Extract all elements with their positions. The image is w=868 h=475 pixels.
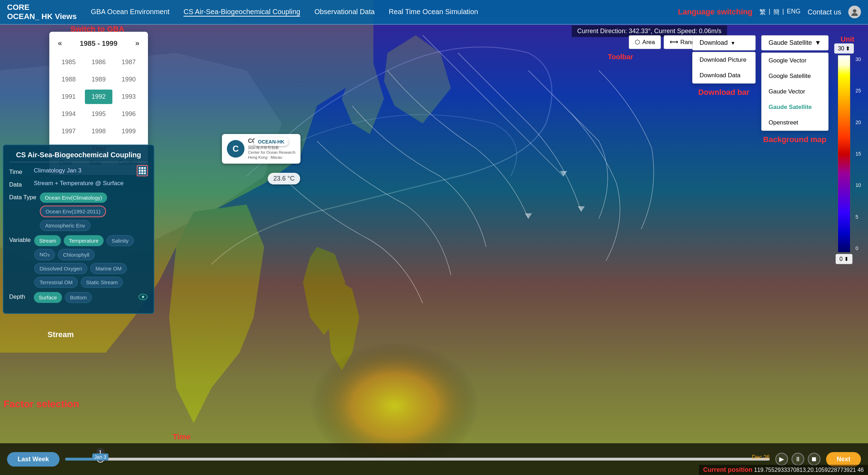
variable-label: Variable (9, 235, 31, 244)
var-salinity[interactable]: Salinity (106, 235, 134, 246)
stream-label: Stream (48, 330, 74, 339)
data-type-label: Data Type (9, 193, 36, 201)
map-selector-arrow-icon: ▼ (815, 39, 821, 47)
var-chlorophyll[interactable]: Chlorophyll (58, 249, 95, 260)
nav-link-obs[interactable]: Observational Data (314, 8, 374, 17)
brand-line2: OCEAN_ HK Views (7, 12, 77, 21)
scale-max-value: 30 (838, 45, 844, 52)
lang-eng[interactable]: ENG (787, 8, 800, 16)
year-1989[interactable]: 1989 (85, 72, 112, 87)
language-switching-label: Language switching (678, 7, 752, 17)
nav-link-cs[interactable]: CS Air-Sea-Biogeochemical Coupling (184, 8, 300, 17)
right-panel: Download ▼ Download Picture Download Dat… (692, 35, 861, 264)
year-1985[interactable]: 1985 (55, 55, 82, 69)
scale-label-20: 20 (855, 120, 861, 125)
map-openstreet[interactable]: Openstreet (762, 115, 828, 130)
range-icon: ⟷ (670, 38, 678, 46)
map-selector-button[interactable]: Gaude Satellite ▼ (761, 35, 829, 50)
year-1999[interactable]: 1999 (115, 124, 142, 139)
unit-section-label: Unit (841, 35, 854, 43)
year-next-button[interactable]: » (132, 37, 142, 49)
data-type-buttons: Ocean Env(Climatology) Ocean Env(1992-20… (40, 193, 148, 231)
year-1998[interactable]: 1998 (85, 124, 112, 139)
download-bar-section-label: Download bar (692, 88, 756, 97)
year-1994[interactable]: 1994 (55, 107, 82, 121)
map-selector-label: Gaude Satellite (769, 39, 812, 47)
visibility-icon[interactable] (138, 292, 148, 303)
stop-button[interactable]: ⏹ (808, 453, 820, 465)
var-stream[interactable]: Stream (34, 235, 61, 246)
timeline-track[interactable]: 1 Jan 3 Dec 26 (65, 458, 770, 461)
current-position-label: Current position (703, 466, 752, 473)
data-value: Stream + Temperature @ Surface (34, 180, 124, 187)
nav-right: Language switching 繁 | 簡 | ENG Contact u… (678, 6, 861, 18)
nav-links: GBA Ocean Environment CS Air-Sea-Biogeoc… (91, 8, 678, 17)
dtype-atmos[interactable]: Atmospheric Env (40, 220, 90, 231)
timeline-end-date: Dec 26 (752, 454, 770, 461)
download-data-item[interactable]: Download Data (693, 68, 755, 83)
scale-min-btn[interactable]: 0 ⬍ (836, 254, 852, 264)
map-gaude-vector[interactable]: Gaude Vector (762, 84, 828, 99)
download-picture-item[interactable]: Download Picture (693, 52, 755, 68)
year-prev-button[interactable]: « (55, 37, 65, 49)
download-arrow-icon: ▼ (731, 40, 736, 46)
variable-buttons: Stream Temperature Salinity NO₃ Chloroph… (34, 235, 148, 288)
download-dropdown: Download Picture Download Data (692, 52, 756, 84)
pause-button[interactable]: ⏸ (792, 453, 804, 465)
depth-row: Depth Surface Bottom (9, 292, 148, 303)
dtype-ocean-1992[interactable]: Ocean Env(1992-2011) (40, 206, 106, 217)
contact-us-link[interactable]: Contact us (807, 8, 841, 16)
year-1991[interactable]: 1991 (55, 90, 82, 104)
user-avatar[interactable] (848, 6, 861, 18)
svg-point-9 (142, 296, 144, 298)
last-week-button[interactable]: Last Week (7, 452, 60, 467)
var-no3[interactable]: NO₃ (34, 249, 55, 260)
factor-panel-title: CS Air-Sea-Biogeochemical Coupling (9, 151, 148, 162)
download-button[interactable]: Download ▼ (692, 35, 756, 50)
factor-panel: CS Air-Sea-Biogeochemical Coupling Time … (3, 145, 154, 314)
var-dissolved-o2[interactable]: Dissolved Oxygen (34, 263, 87, 274)
lang-trad[interactable]: 繁 (760, 8, 766, 16)
depth-bottom[interactable]: Bottom (65, 292, 92, 303)
dtype-ocean-clim[interactable]: Ocean Env(Climatology) (40, 193, 107, 203)
time-section-label: Time (173, 432, 191, 441)
time-label: Time (9, 167, 30, 176)
scale-label-10: 10 (855, 182, 861, 188)
map-gaude-satellite[interactable]: Gaude Satellite (762, 99, 828, 115)
play-button[interactable]: ▶ (775, 453, 788, 465)
position-coords: 119.7552933370813,20.1059228773921 46 (754, 467, 864, 473)
position-bar: Current position 119.7552933370813,20.10… (699, 465, 868, 475)
year-1997[interactable]: 1997 (55, 124, 82, 139)
ocean-hk-badge: OCEAN-HK (254, 138, 289, 146)
scale-max-btn[interactable]: 30 ⬍ (834, 43, 854, 54)
year-1988[interactable]: 1988 (55, 72, 82, 87)
year-1995[interactable]: 1995 (85, 107, 112, 121)
timeline-slider-container: 1 Jan 3 Dec 26 (65, 449, 770, 470)
timeline-current-date: Jan 3 (92, 453, 108, 461)
nav-link-gba[interactable]: GBA Ocean Environment (91, 8, 169, 17)
grid-icon-btn[interactable] (137, 165, 148, 176)
year-1986[interactable]: 1986 (85, 55, 112, 69)
map-google-satellite[interactable]: Google Satellite (762, 68, 828, 84)
year-1992[interactable]: 1992 (85, 90, 112, 104)
scale-min-value: 0 (839, 256, 843, 262)
lang-simp[interactable]: 簡 (773, 8, 780, 16)
scale-label-25: 25 (855, 88, 861, 93)
area-button[interactable]: ⬡ Area (629, 35, 661, 49)
year-1993[interactable]: 1993 (115, 90, 142, 104)
year-1987[interactable]: 1987 (115, 55, 142, 69)
var-marine-om[interactable]: Marine OM (90, 263, 127, 274)
color-scale-bar (838, 55, 850, 252)
data-row: Data Stream + Temperature @ Surface (9, 180, 148, 188)
map-selector-group: Gaude Satellite ▼ Google Vector Google S… (761, 35, 829, 264)
map-google-vector[interactable]: Google Vector (762, 53, 828, 68)
next-button[interactable]: Next (826, 452, 861, 467)
year-1996[interactable]: 1996 (115, 107, 142, 121)
var-temperature[interactable]: Temperature (64, 235, 103, 246)
year-1990[interactable]: 1990 (115, 72, 142, 87)
nav-link-sim[interactable]: Real Time Ocean Simulation (389, 8, 478, 17)
var-static-stream[interactable]: Static Stream (81, 277, 123, 288)
depth-surface[interactable]: Surface (34, 292, 62, 303)
var-terrestrial-om[interactable]: Terrestrial OM (34, 277, 78, 288)
brand-line1: CORE (7, 3, 77, 12)
